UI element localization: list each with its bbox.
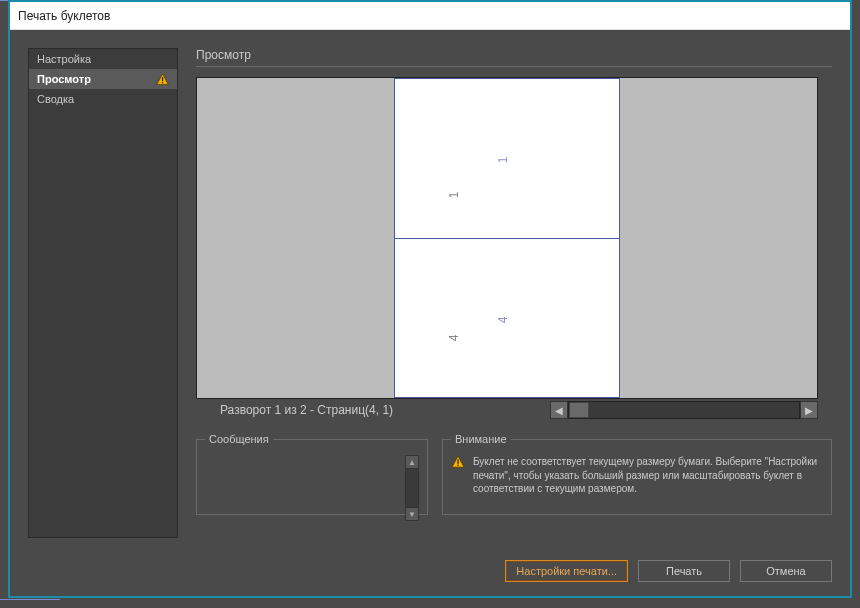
messages-legend: Сообщения <box>205 433 273 445</box>
page-number-blue: 4 <box>500 313 507 327</box>
svg-rect-1 <box>162 77 163 81</box>
cancel-button[interactable]: Отмена <box>740 560 832 582</box>
window-title: Печать буклетов <box>18 9 110 23</box>
sidebar-item-label: Сводка <box>37 93 74 105</box>
sidebar-item-preview[interactable]: Просмотр <box>29 69 177 89</box>
pager-row: Разворот 1 из 2 - Страниц(4, 1) ◀ ▶ <box>196 401 818 419</box>
svg-rect-2 <box>162 81 163 82</box>
spread-page-top: 1 1 <box>395 79 619 239</box>
svg-rect-5 <box>457 465 458 466</box>
dialog-window: Печать буклетов Настройка Просмотр Сводк… <box>8 0 852 598</box>
warning-fieldset: Внимание Буклет не соответствует текущем… <box>442 433 832 515</box>
page-number-gray: 4 <box>451 331 458 345</box>
scroll-up-button[interactable]: ▲ <box>405 455 419 469</box>
messages-fieldset: Сообщения ▲ ▼ <box>196 433 428 515</box>
sidebar-item-label: Просмотр <box>37 73 91 85</box>
triangle-right-icon: ▶ <box>805 405 813 416</box>
spread-page-bottom: 4 4 <box>395 239 619 398</box>
pager-prev-button[interactable]: ◀ <box>550 401 568 419</box>
warning-text: Буклет не соответствует текущему размеру… <box>473 455 823 496</box>
warning-icon <box>156 73 169 86</box>
warning-legend: Внимание <box>451 433 511 445</box>
page-number-blue: 1 <box>500 153 507 167</box>
messages-list: ▲ ▼ <box>205 455 419 521</box>
main-panel: Просмотр 1 1 4 4 Разво <box>196 48 832 538</box>
preview-viewport: 1 1 4 4 <box>196 77 818 399</box>
titlebar: Печать буклетов <box>10 2 850 30</box>
pager-label: Разворот 1 из 2 - Страниц(4, 1) <box>220 403 393 417</box>
print-button[interactable]: Печать <box>638 560 730 582</box>
messages-scrollbar[interactable]: ▲ ▼ <box>405 455 419 521</box>
triangle-left-icon: ◀ <box>555 405 563 416</box>
scroll-down-button[interactable]: ▼ <box>405 507 419 521</box>
sidebar-item-summary[interactable]: Сводка <box>29 89 177 109</box>
page-number-gray: 1 <box>451 188 458 202</box>
svg-rect-4 <box>457 459 458 463</box>
print-settings-button[interactable]: Настройки печати... <box>505 560 628 582</box>
sidebar-item-setup[interactable]: Настройка <box>29 49 177 69</box>
section-title-preview: Просмотр <box>196 48 832 62</box>
pager-thumb[interactable] <box>569 402 589 418</box>
divider <box>196 66 832 67</box>
sidebar: Настройка Просмотр Сводка <box>28 48 178 538</box>
pager-next-button[interactable]: ▶ <box>800 401 818 419</box>
scroll-track[interactable] <box>405 469 419 507</box>
sidebar-item-label: Настройка <box>37 53 91 65</box>
spread: 1 1 4 4 <box>394 78 620 398</box>
dialog-body: Настройка Просмотр Сводка Просмотр <box>10 30 850 596</box>
warning-icon <box>451 455 465 469</box>
triangle-down-icon: ▼ <box>408 510 416 519</box>
pager-track[interactable] <box>568 401 800 419</box>
triangle-up-icon: ▲ <box>408 458 416 467</box>
footer-buttons: Настройки печати... Печать Отмена <box>505 560 832 582</box>
pager-controls: ◀ ▶ <box>550 401 818 419</box>
